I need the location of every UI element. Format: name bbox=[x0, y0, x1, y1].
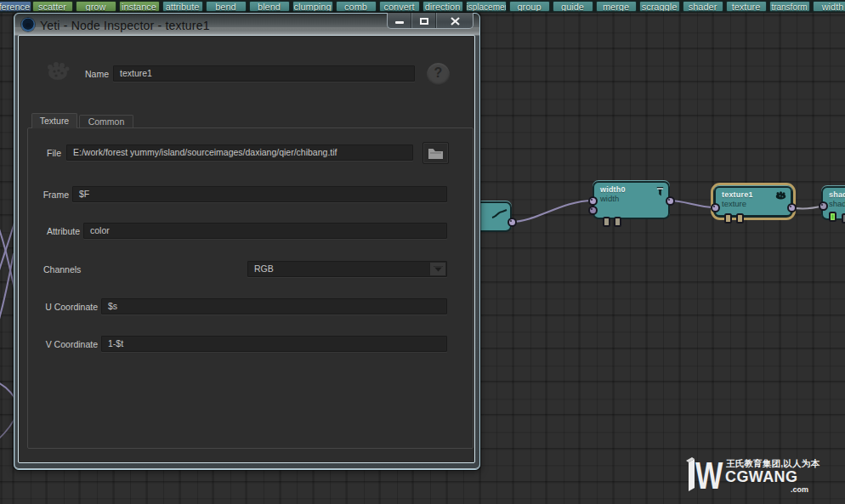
svg-text:W: W bbox=[695, 455, 723, 492]
